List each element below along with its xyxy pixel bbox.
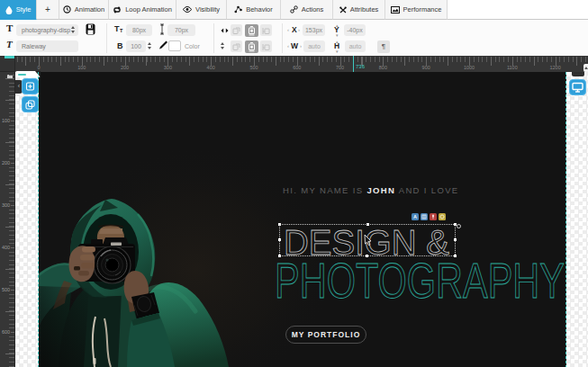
svg-text:PHOTOGRAPHY: PHOTOGRAPHY	[275, 253, 565, 309]
